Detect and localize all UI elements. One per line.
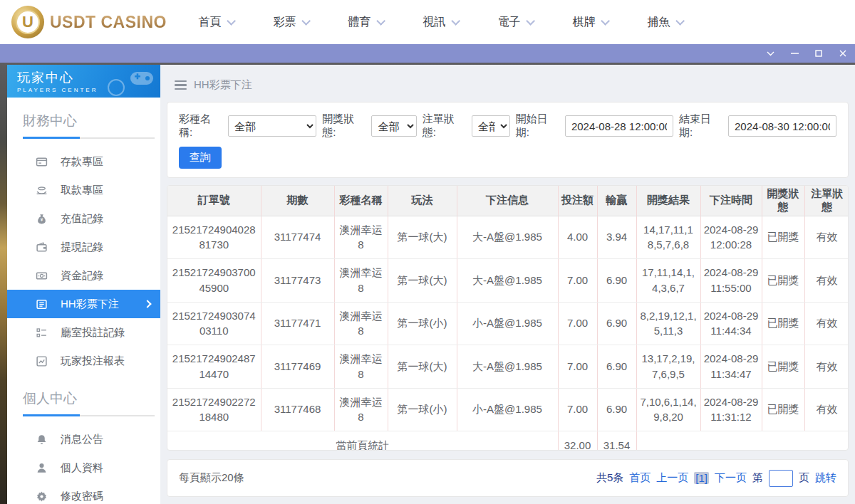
- nav-item-7[interactable]: 捕魚: [627, 15, 702, 30]
- usdt-coin-icon: U: [11, 6, 44, 38]
- jump-suffix-label: 页: [799, 471, 809, 485]
- pagination-controls: 共5条 首页 上一页 [1] 下一页 第 页 跳转: [596, 470, 836, 487]
- nav-item-6[interactable]: 棋牌: [552, 15, 627, 30]
- sidebar-section-title: 個人中心: [7, 375, 160, 415]
- nav-item-4[interactable]: 視訊: [403, 15, 477, 30]
- table-cell: 3.94: [597, 216, 636, 259]
- window-close-button[interactable]: [831, 44, 855, 63]
- total-count-label: 共5条: [596, 471, 623, 485]
- nav-item-3[interactable]: 體育: [328, 15, 403, 30]
- pagination-bar: 每頁顯示20條 共5条 首页 上一页 [1] 下一页 第 页 跳转: [167, 459, 849, 497]
- bet-status-select[interactable]: 全部: [472, 115, 510, 137]
- page-number-input[interactable]: [769, 470, 793, 487]
- table-cell: 13,17,2,19,7,6,9,5: [636, 345, 700, 389]
- page-size-label: 每頁顯示20條: [179, 471, 244, 485]
- funds-banknote-icon: [36, 269, 48, 282]
- lottery-select[interactable]: 全部: [228, 115, 316, 137]
- table-cell: 澳洲幸运8: [334, 345, 388, 389]
- summary-cell: 當前頁統計: [167, 431, 558, 451]
- page: U USDT CASINO 首頁彩票體育視訊電子棋牌捕魚 玩家中心 PLAYER…: [0, 0, 855, 504]
- sidebar-section-title: 財務中心: [7, 98, 160, 137]
- table-cell: 第一球(小): [388, 302, 457, 345]
- table-cell: 2152172490248714470: [167, 345, 261, 389]
- window-maximize-button[interactable]: [807, 44, 831, 63]
- table-cell: 17,11,14,1,4,3,6,7: [636, 259, 700, 303]
- table-cell: 6.90: [597, 259, 636, 303]
- page-summary-row: 當前頁統計32.0031.54: [167, 431, 849, 451]
- table-header-cell: 開獎狀態: [762, 186, 804, 216]
- table-header-cell: 期數: [261, 186, 334, 216]
- breadcrumb: HH彩票下注: [160, 65, 855, 102]
- table-header-cell: 輸贏: [597, 186, 636, 216]
- window-collapse-button[interactable]: [758, 44, 782, 63]
- current-page-indicator: [1]: [694, 472, 709, 484]
- sidebar-item-1-2[interactable]: 修改密碼: [7, 482, 160, 504]
- table-cell: 澳洲幸运8: [334, 259, 388, 303]
- sidebar-item-0-6[interactable]: 廳室投註記錄: [7, 318, 160, 347]
- prev-page-link[interactable]: 上一页: [656, 471, 688, 485]
- nav-item-1[interactable]: 首頁: [178, 15, 253, 30]
- chevron-down-icon: [526, 16, 535, 26]
- table-cell: 2152172490370045900: [167, 259, 261, 303]
- menu-toggle-icon[interactable]: [175, 80, 187, 90]
- table-cell: 澳洲幸运8: [334, 302, 388, 345]
- search-button[interactable]: 查詢: [179, 147, 222, 169]
- start-date-input[interactable]: [565, 115, 673, 137]
- summary-cell: 31.54: [597, 431, 636, 451]
- table-body: 215217249040288173031177474澳洲幸运8第一球(大)大-…: [167, 216, 849, 451]
- filter-panel: 彩種名稱: 全部 開獎狀態: 全部 注單狀態: 全部 開始日期: 結束日期: 查…: [167, 102, 849, 178]
- table-cell: 2024-08-29 12:00:28: [700, 216, 762, 259]
- table-cell: 7.00: [558, 302, 597, 345]
- table-cell: 澳洲幸运8: [334, 388, 388, 431]
- brand-logo[interactable]: U USDT CASINO: [0, 6, 178, 38]
- lottery-name-label: 彩種名稱:: [179, 112, 222, 140]
- table-cell: 2152172490402881730: [167, 216, 261, 259]
- sidebar-item-label: 資金記錄: [61, 269, 103, 283]
- sidebar-item-0-2[interactable]: ¥充值記錄: [7, 204, 160, 233]
- draw-status-label: 開獎狀態:: [322, 112, 366, 140]
- sidebar-item-0-4[interactable]: 資金記錄: [7, 261, 160, 290]
- table-cell: 7,10,6,1,14,9,8,20: [636, 388, 700, 431]
- table-cell: 31177468: [261, 388, 334, 431]
- app-background: 玩家中心 PLAYERS CENTER 財務中心存款專區取款專區¥充值記錄提現記…: [0, 63, 855, 504]
- table-header-cell: 投注額: [558, 186, 597, 216]
- end-date-input[interactable]: [728, 115, 836, 137]
- profile-person-icon: [36, 461, 48, 474]
- sidebar-item-label: 消息公告: [61, 433, 103, 446]
- nav-item-label: 體育: [348, 15, 371, 30]
- nav-item-5[interactable]: 電子: [477, 15, 552, 30]
- first-page-link[interactable]: 首页: [629, 471, 651, 485]
- jump-prefix-label: 第: [752, 471, 763, 485]
- sidebar-item-0-3[interactable]: 提現記錄: [7, 233, 160, 261]
- chevron-down-icon: [227, 16, 236, 26]
- window-minimize-button[interactable]: [782, 44, 807, 63]
- table-cell: 2152172490307403110: [167, 302, 261, 345]
- table-cell: 7.00: [558, 259, 597, 303]
- table-header-cell: 訂單號: [167, 186, 261, 216]
- chevron-down-icon: [301, 16, 311, 26]
- sidebar-item-0-7[interactable]: 玩家投注報表: [7, 347, 160, 375]
- sidebar-item-0-0[interactable]: 存款專區: [7, 147, 160, 176]
- jump-button[interactable]: 跳转: [815, 471, 836, 485]
- draw-status-select[interactable]: 全部: [371, 115, 416, 137]
- table-row-5: 215217249022721848031177468澳洲幸运8第一球(小)小-…: [167, 388, 849, 431]
- gamepad-decoration-icon: [106, 68, 156, 96]
- lottery-book-icon: [36, 298, 48, 310]
- table-cell: 已開獎: [762, 216, 804, 259]
- report-chart-icon: [36, 355, 48, 367]
- sidebar-item-0-5[interactable]: HH彩票下注: [7, 290, 160, 318]
- table-cell: 2152172490227218480: [167, 388, 261, 431]
- table-cell: 已開獎: [762, 345, 804, 389]
- nav-item-2[interactable]: 彩票: [253, 15, 328, 30]
- table-cell: 4.00: [558, 216, 597, 259]
- sidebar-item-0-1[interactable]: 取款專區: [7, 176, 160, 204]
- table-header-row: 訂單號期數彩種名稱玩法下注信息投注額輸贏開獎結果下注時間開獎狀態注單狀態: [167, 186, 849, 216]
- bet-status-label: 注單狀態:: [423, 112, 466, 140]
- table-cell: 已開獎: [762, 388, 804, 431]
- sidebar-item-1-1[interactable]: 個人資料: [7, 453, 160, 482]
- sidebar-item-1-0[interactable]: 消息公告: [7, 425, 160, 453]
- table-row-2: 215217249037004590031177473澳洲幸运8第一球(大)大-…: [167, 259, 849, 303]
- table-header-cell: 彩種名稱: [334, 186, 388, 216]
- next-page-link[interactable]: 下一页: [715, 471, 747, 485]
- main-content: HH彩票下注 彩種名稱: 全部 開獎狀態: 全部 注單狀態: 全部 開始日期: …: [160, 65, 855, 504]
